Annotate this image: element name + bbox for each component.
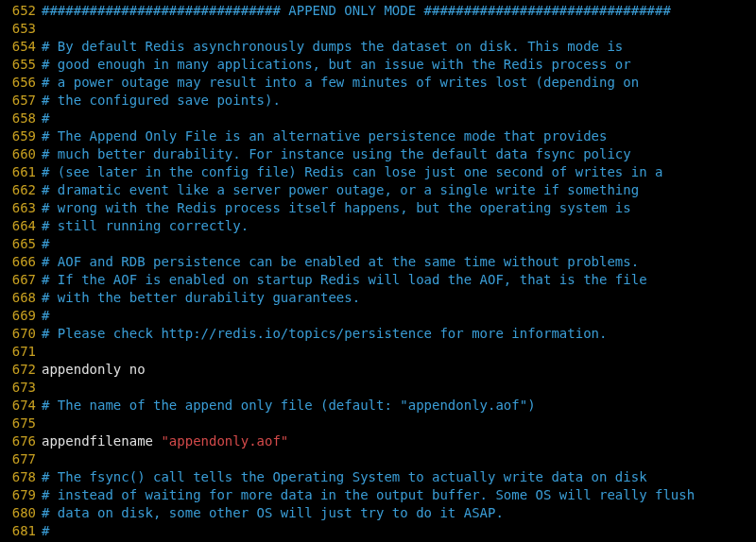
token-comment: # wrong with the Redis process itself ha… xyxy=(42,200,631,215)
code-line[interactable]: # with the better durability guarantees. xyxy=(42,289,756,307)
line-number: 659 xyxy=(0,127,36,145)
code-line[interactable]: # Please check http://redis.io/topics/pe… xyxy=(42,325,756,343)
code-line[interactable]: appendonly no xyxy=(42,361,756,379)
code-line[interactable]: # much better durability. For instance u… xyxy=(42,145,756,163)
code-line[interactable]: # xyxy=(42,522,756,540)
line-number: 674 xyxy=(0,397,36,415)
line-number: 662 xyxy=(0,181,36,199)
code-line[interactable]: # AOF and RDB persistence can be enabled… xyxy=(42,253,756,271)
code-line[interactable]: appendfilename "appendonly.aof" xyxy=(42,432,756,450)
line-number: 655 xyxy=(0,56,36,74)
token-comment: # with the better durability guarantees. xyxy=(42,290,360,305)
token-comment: ############################## APPEND ON… xyxy=(42,3,671,18)
token-plain: appendonly no xyxy=(42,362,146,377)
code-line[interactable]: # xyxy=(42,307,756,325)
line-number: 663 xyxy=(0,199,36,217)
code-line[interactable]: # (see later in the config file) Redis c… xyxy=(42,163,756,181)
code-line[interactable]: # The name of the append only file (defa… xyxy=(42,397,756,415)
token-comment: # (see later in the config file) Redis c… xyxy=(42,164,662,179)
code-line[interactable]: # good enough in many applications, but … xyxy=(42,56,756,74)
line-number: 679 xyxy=(0,486,36,504)
token-comment: # AOF and RDB persistence can be enabled… xyxy=(42,254,639,269)
token-comment: # The name of the append only file (defa… xyxy=(42,398,536,413)
code-area[interactable]: ############################## APPEND ON… xyxy=(42,2,756,540)
line-number: 672 xyxy=(0,361,36,379)
code-line[interactable] xyxy=(42,415,756,432)
token-plain: appendfilename xyxy=(42,433,161,449)
token-comment: # still running correctly. xyxy=(42,218,249,233)
line-number: 681 xyxy=(0,522,36,540)
line-number: 652 xyxy=(0,2,36,20)
token-comment: # a power outage may result into a few m… xyxy=(42,75,639,90)
code-line[interactable]: # If the AOF is enabled on startup Redis… xyxy=(42,271,756,289)
token-comment: # The Append Only File is an alternative… xyxy=(42,128,607,144)
token-comment: # data on disk, some other OS will just … xyxy=(42,505,504,520)
line-number: 669 xyxy=(0,307,36,325)
code-line[interactable]: # instead of waiting for more data in th… xyxy=(42,486,756,504)
token-comment: # instead of waiting for more data in th… xyxy=(42,487,695,502)
code-line[interactable]: # a power outage may result into a few m… xyxy=(42,74,756,92)
code-line[interactable] xyxy=(42,20,756,38)
line-number: 673 xyxy=(0,379,36,397)
token-comment: # If the AOF is enabled on startup Redis… xyxy=(42,272,647,287)
token-comment: # much better durability. For instance u… xyxy=(42,146,631,161)
line-number: 675 xyxy=(0,415,36,432)
code-line[interactable] xyxy=(42,450,756,468)
code-line[interactable]: # The fsync() call tells the Operating S… xyxy=(42,468,756,486)
code-editor[interactable]: 6526536546556566576586596606616626636646… xyxy=(0,0,756,540)
code-line[interactable]: # data on disk, some other OS will just … xyxy=(42,504,756,522)
line-number: 671 xyxy=(0,343,36,361)
token-comment: # the configured save points). xyxy=(42,93,281,108)
line-number: 665 xyxy=(0,235,36,253)
token-comment: # Please check http://redis.io/topics/pe… xyxy=(42,326,607,341)
code-line[interactable] xyxy=(42,379,756,397)
code-line[interactable]: # still running correctly. xyxy=(42,217,756,235)
token-comment: # By default Redis asynchronously dumps … xyxy=(42,39,623,54)
line-number: 654 xyxy=(0,38,36,56)
token-string: "appendonly.aof" xyxy=(161,433,288,449)
line-number: 653 xyxy=(0,20,36,38)
line-number: 660 xyxy=(0,145,36,163)
line-number: 680 xyxy=(0,504,36,522)
line-number: 658 xyxy=(0,110,36,127)
code-line[interactable]: # wrong with the Redis process itself ha… xyxy=(42,199,756,217)
token-comment: # xyxy=(42,308,49,323)
line-number: 678 xyxy=(0,468,36,486)
line-number: 677 xyxy=(0,450,36,468)
code-line[interactable]: # xyxy=(42,110,756,127)
code-line[interactable]: # xyxy=(42,235,756,253)
code-line[interactable] xyxy=(42,343,756,361)
line-number: 656 xyxy=(0,74,36,92)
token-comment: # xyxy=(42,523,49,538)
line-number: 670 xyxy=(0,325,36,343)
line-number: 661 xyxy=(0,163,36,181)
code-line[interactable]: # the configured save points). xyxy=(42,92,756,110)
token-comment: # xyxy=(42,236,49,251)
token-comment: # xyxy=(42,110,49,126)
line-number: 657 xyxy=(0,92,36,110)
line-number: 664 xyxy=(0,217,36,235)
line-number: 666 xyxy=(0,253,36,271)
code-line[interactable]: # By default Redis asynchronously dumps … xyxy=(42,38,756,56)
line-number-gutter: 6526536546556566576586596606616626636646… xyxy=(0,2,42,540)
code-line[interactable]: # The Append Only File is an alternative… xyxy=(42,127,756,145)
line-number: 667 xyxy=(0,271,36,289)
line-number: 676 xyxy=(0,432,36,450)
line-number: 668 xyxy=(0,289,36,307)
token-comment: # The fsync() call tells the Operating S… xyxy=(42,469,647,484)
code-line[interactable]: # dramatic event like a server power out… xyxy=(42,181,756,199)
token-comment: # good enough in many applications, but … xyxy=(42,57,631,72)
token-comment: # dramatic event like a server power out… xyxy=(42,182,639,197)
code-line[interactable]: ############################## APPEND ON… xyxy=(42,2,756,20)
